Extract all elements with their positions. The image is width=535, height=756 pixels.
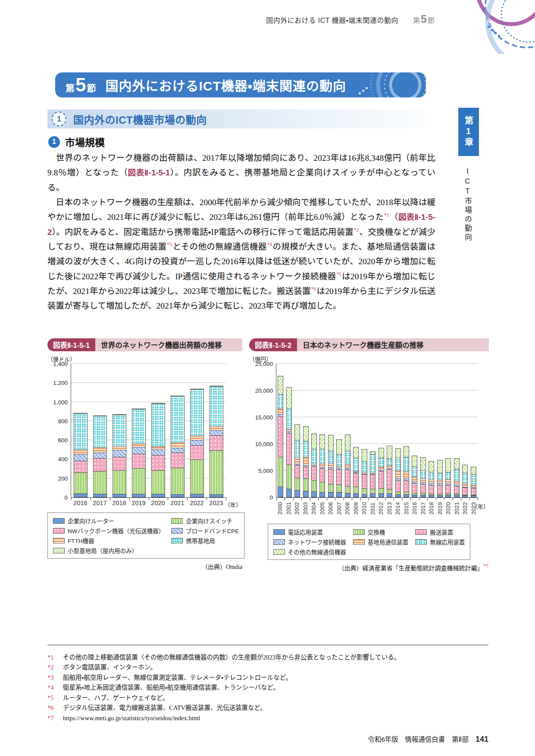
bar-segment bbox=[462, 465, 468, 473]
x-axis-tick-label: 2012 bbox=[377, 500, 385, 518]
bar-segment bbox=[328, 492, 334, 497]
footnote-marker[interactable]: *4 bbox=[267, 242, 272, 247]
figure-source: （出典）経済産業省「生産動態統計調査機械統計編」*7 bbox=[249, 563, 489, 572]
bar-slot bbox=[149, 364, 168, 497]
bar-segment bbox=[319, 449, 325, 464]
bar-slot bbox=[301, 364, 310, 497]
bar-segment bbox=[278, 487, 283, 497]
bar-segment bbox=[210, 430, 223, 436]
footnote-marker[interactable]: *5 bbox=[336, 272, 341, 277]
paragraph-world-market: 世界のネットワーク機器の出荷額は、2017年以降増加傾向にあり、2023年は16… bbox=[47, 151, 435, 195]
text-segment: ）。内訳をみると、固定電話から携帯電話・IP電話への移行に伴って電話応用装置 bbox=[52, 228, 354, 237]
bar-segment bbox=[294, 490, 300, 497]
bar-segment bbox=[286, 387, 292, 409]
bar-segment bbox=[379, 488, 384, 494]
bar-segment bbox=[74, 461, 88, 473]
x-axis-tick-label: 2019 bbox=[129, 500, 148, 506]
bar-slot bbox=[352, 364, 360, 497]
banner-decoration bbox=[322, 72, 426, 97]
bar-segment bbox=[345, 493, 350, 497]
bar-segment bbox=[294, 440, 300, 458]
heading-number-badge: 1 bbox=[48, 136, 60, 148]
bar-segment bbox=[93, 494, 107, 497]
legend-label: 携帯基地局 bbox=[186, 536, 215, 545]
bar-segment bbox=[445, 495, 451, 497]
footnote-marker[interactable]: *3 bbox=[167, 242, 172, 247]
x-axis-tick-text: 2021 bbox=[454, 500, 460, 518]
legend-swatch bbox=[171, 518, 183, 524]
y-axis-tick-label: 0 bbox=[250, 494, 273, 501]
y-axis-tick-label: 200 bbox=[45, 475, 68, 482]
bar-2020 bbox=[445, 459, 451, 497]
legend-label: 電話応用装置 bbox=[288, 528, 323, 536]
footnote-marker[interactable]: *6 bbox=[311, 286, 316, 291]
x-axis-tick-label: 2000 bbox=[276, 500, 285, 518]
x-axis-tick-text: 2010 bbox=[361, 500, 367, 518]
bar-segment bbox=[132, 494, 146, 497]
figure-reference[interactable]: 図表Ⅱ-1-5-1 bbox=[128, 168, 170, 177]
bar-segment bbox=[379, 471, 384, 489]
bar-2016 bbox=[74, 413, 88, 497]
bar-slot bbox=[168, 364, 187, 497]
bar-segment bbox=[445, 458, 451, 472]
bar-slot bbox=[461, 364, 469, 497]
footnote-text: 衛星系・地上系固定通信装置、船舶用・航空機用通信装置、トランシーバなど。 bbox=[63, 683, 488, 693]
bar-segment bbox=[370, 454, 375, 474]
bar-2002 bbox=[294, 425, 300, 497]
y-axis-tick-label: 400 bbox=[45, 456, 68, 462]
footnote-text[interactable]: https://www.meti.go.jp/statistics/tyo/se… bbox=[63, 713, 488, 723]
bar-segment bbox=[387, 469, 392, 490]
bar-segment bbox=[303, 478, 309, 491]
y-axis-tick-label: 5,000 bbox=[250, 468, 273, 474]
x-axis-tick-text: 2009 bbox=[353, 500, 359, 518]
x-axis-tick-text: 2019 bbox=[131, 500, 145, 506]
axis-tick bbox=[478, 497, 478, 500]
legend-item: 企業向けスイッチ bbox=[171, 516, 239, 525]
legend-item: 携帯基地局 bbox=[171, 536, 239, 545]
legend-label: 基地局通信装置 bbox=[368, 537, 409, 546]
stacked-bar-chart-world: 02004006008001,0001,2001,400201620172018… bbox=[47, 364, 242, 506]
footnote-marker[interactable]: *1 bbox=[384, 212, 389, 218]
bar-segment bbox=[278, 394, 283, 409]
bar-segment bbox=[412, 495, 417, 497]
bar-slot bbox=[427, 364, 435, 497]
legend-item: その他の無線通信機器 bbox=[273, 547, 346, 556]
bar-segment bbox=[445, 472, 451, 480]
bar-segment bbox=[462, 487, 468, 495]
legend-swatch bbox=[273, 539, 285, 545]
x-axis-tick-text: 2000 bbox=[277, 500, 283, 518]
bar-slot bbox=[276, 364, 285, 497]
legend-item: NWバックボーン機器（光伝送機器） bbox=[53, 526, 164, 535]
bar-2017 bbox=[93, 416, 107, 497]
bar-segment bbox=[74, 413, 88, 450]
x-axis-tick-text: 2003 bbox=[302, 500, 309, 518]
legend-swatch bbox=[415, 539, 427, 545]
x-axis-tick-text: 2007 bbox=[336, 500, 342, 518]
footnote-marker[interactable]: *2 bbox=[354, 227, 359, 232]
bar-segment bbox=[370, 475, 375, 489]
bar-segment bbox=[328, 484, 334, 493]
bar-segment bbox=[420, 457, 426, 471]
figure-japan-production: 図表Ⅱ-1-5-2 日本のネットワーク機器生産額の推移 （億円） 05,0001… bbox=[249, 338, 489, 572]
legend-label: ブロードバンドCPE bbox=[186, 526, 239, 535]
figure-caption: 図表Ⅱ-1-5-2 日本のネットワーク機器生産額の推移 bbox=[249, 338, 489, 351]
bar-segment bbox=[311, 491, 317, 497]
axis-unit-label: （億円） bbox=[249, 355, 489, 363]
bar-segment bbox=[395, 458, 401, 471]
y-axis-tick-label: 20,000 bbox=[250, 387, 273, 394]
bar-segment bbox=[454, 486, 460, 494]
footnote: *7https://www.meti.go.jp/statistics/tyo/… bbox=[47, 713, 488, 723]
bar-slot bbox=[419, 364, 427, 497]
bar-segment bbox=[420, 495, 426, 497]
legend-label: 企業向けスイッチ bbox=[186, 516, 232, 525]
footnote-marker[interactable]: *7 bbox=[484, 563, 489, 569]
footnote-divider bbox=[47, 645, 488, 645]
bar-segment bbox=[132, 454, 146, 469]
legend-label: NWバックボーン機器（光伝送機器） bbox=[68, 526, 164, 535]
bar-segment bbox=[336, 469, 342, 485]
bar-segment bbox=[404, 481, 409, 492]
footnote-text: その他の陸上移動通信装置（その他の無線通信機器の内数）の生産額が2023年から非… bbox=[63, 653, 488, 662]
page-number: 141 bbox=[476, 735, 488, 744]
bar-segment bbox=[345, 486, 350, 494]
bar-segment bbox=[171, 468, 185, 495]
